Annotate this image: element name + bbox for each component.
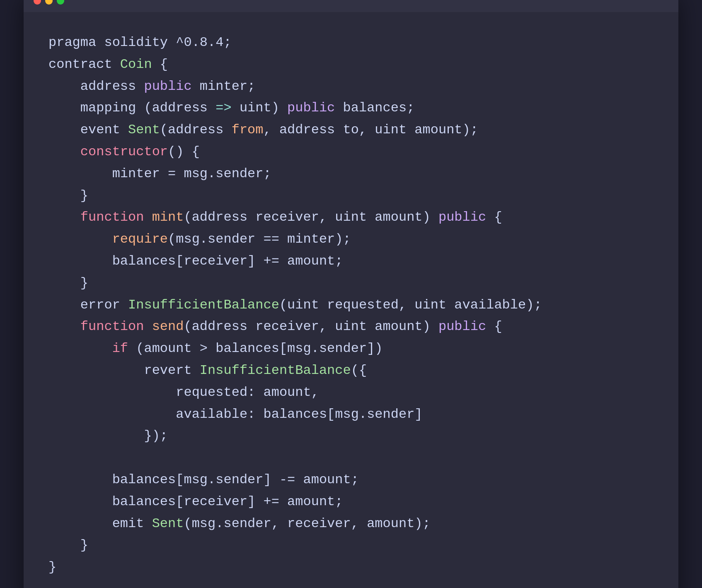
maximize-dot[interactable] <box>57 0 64 5</box>
code-line-3: address public minter; <box>48 79 255 94</box>
code-line-24: } <box>48 559 56 575</box>
code-line-7: minter = msg.sender; <box>48 166 271 181</box>
code-line-10: require(msg.sender == minter); <box>48 231 351 247</box>
code-line-8: } <box>48 188 88 203</box>
minimize-dot[interactable] <box>45 0 53 5</box>
close-dot[interactable] <box>34 0 41 5</box>
code-line-12: } <box>48 275 88 291</box>
code-line-17: requested: amount, <box>48 385 319 400</box>
code-line-1: pragma solidity ^0.8.4; <box>48 35 232 50</box>
code-line-21: balances[receiver] += amount; <box>48 494 343 509</box>
code-line-18: available: balances[msg.sender] <box>48 407 423 422</box>
code-line-5: event Sent(address from, address to, uin… <box>48 122 478 137</box>
code-line-11: balances[receiver] += amount; <box>48 253 343 269</box>
code-line-16: revert InsufficientBalance({ <box>48 363 367 378</box>
title-bar <box>24 0 678 12</box>
code-line-23: } <box>48 537 88 553</box>
code-line-19: }); <box>48 428 168 443</box>
code-line-22: emit Sent(msg.sender, receiver, amount); <box>48 516 431 531</box>
code-line-20: balances[msg.sender] -= amount; <box>48 472 359 487</box>
code-editor: pragma solidity ^0.8.4; contract Coin { … <box>24 12 678 588</box>
code-line-13: error InsufficientBalance(uint requested… <box>48 297 542 313</box>
code-line-6: constructor() { <box>48 144 200 159</box>
code-line-9: function mint(address receiver, uint amo… <box>48 210 502 225</box>
code-line-4: mapping (address => uint) public balance… <box>48 100 414 116</box>
code-line-14: function send(address receiver, uint amo… <box>48 319 502 334</box>
code-line-15: if (amount > balances[msg.sender]) <box>48 341 383 356</box>
code-window: pragma solidity ^0.8.4; contract Coin { … <box>24 0 678 588</box>
code-line-2: contract Coin { <box>48 57 168 72</box>
